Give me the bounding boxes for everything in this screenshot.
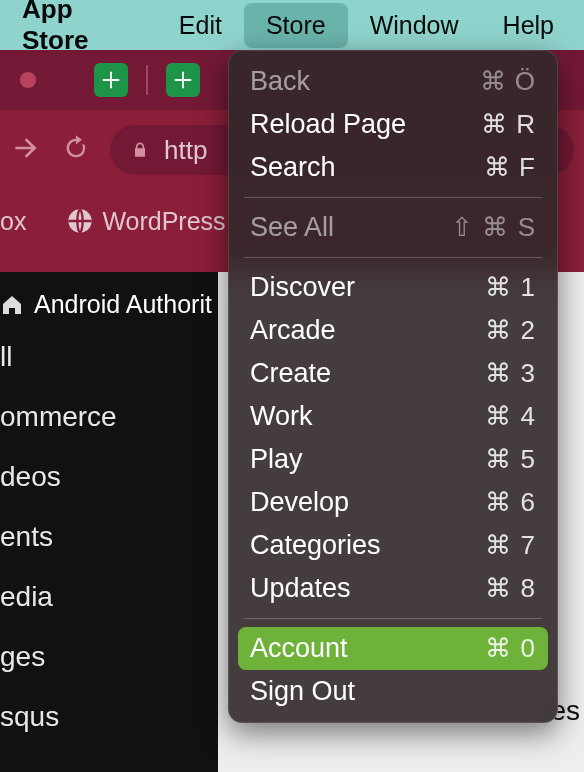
- menu-label: See All: [250, 212, 334, 243]
- menu-label: Arcade: [250, 315, 336, 346]
- menu-play[interactable]: Play ⌘ 5: [238, 438, 548, 481]
- menu-label: Sign Out: [250, 676, 355, 707]
- menu-shortcut: ⌘ 5: [485, 444, 536, 475]
- bookmark-item[interactable]: ox: [0, 207, 26, 236]
- menu-window[interactable]: Window: [348, 3, 481, 48]
- sidebar-item[interactable]: deos: [0, 447, 218, 507]
- menu-sign-out[interactable]: Sign Out: [238, 670, 548, 713]
- reload-icon: [62, 134, 90, 162]
- globe-icon: [66, 207, 94, 235]
- home-icon: [0, 293, 24, 317]
- menu-separator: [244, 197, 542, 198]
- menu-separator: [244, 618, 542, 619]
- menu-label: Reload Page: [250, 109, 406, 140]
- menu-store[interactable]: Store: [244, 3, 348, 48]
- menu-label: Discover: [250, 272, 355, 303]
- menu-arcade[interactable]: Arcade ⌘ 2: [238, 309, 548, 352]
- menu-reload-page[interactable]: Reload Page ⌘ R: [238, 103, 548, 146]
- menu-separator: [244, 257, 542, 258]
- menu-help[interactable]: Help: [481, 3, 576, 48]
- menu-shortcut: ⌘ 0: [485, 633, 536, 664]
- menu-shortcut: ⌘ Ö: [480, 66, 536, 97]
- lock-icon: [130, 139, 150, 161]
- sidebar-item[interactable]: squs: [0, 687, 218, 747]
- sidebar: Android Authorit ll ommerce deos ents ed…: [0, 272, 218, 772]
- tab-separator: [146, 65, 148, 95]
- tab-icon-2[interactable]: [166, 63, 200, 97]
- sidebar-title-text: Android Authorit: [34, 290, 212, 319]
- menu-label: Back: [250, 66, 310, 97]
- menu-shortcut: ⌘ F: [484, 152, 536, 183]
- menu-label: Search: [250, 152, 336, 183]
- menu-shortcut: ⌘ 1: [485, 272, 536, 303]
- forward-button[interactable]: [10, 132, 42, 168]
- menu-edit[interactable]: Edit: [157, 3, 244, 48]
- cross-icon: [100, 69, 122, 91]
- menu-shortcut: ⌘ 2: [485, 315, 536, 346]
- sidebar-title[interactable]: Android Authorit: [0, 286, 218, 327]
- menu-label: Create: [250, 358, 331, 389]
- menu-shortcut: ⌘ 8: [485, 573, 536, 604]
- menu-search[interactable]: Search ⌘ F: [238, 146, 548, 189]
- menu-shortcut: ⌘ 6: [485, 487, 536, 518]
- menu-back[interactable]: Back ⌘ Ö: [238, 60, 548, 103]
- reload-button[interactable]: [62, 134, 90, 166]
- sidebar-item[interactable]: edia: [0, 567, 218, 627]
- window-control-dot[interactable]: [20, 72, 36, 88]
- menu-label: Work: [250, 401, 313, 432]
- menu-label: Account: [250, 633, 348, 664]
- sidebar-item[interactable]: ents: [0, 507, 218, 567]
- sidebar-item[interactable]: ommerce: [0, 387, 218, 447]
- arrow-right-icon: [10, 132, 42, 164]
- menu-updates[interactable]: Updates ⌘ 8: [238, 567, 548, 610]
- menu-work[interactable]: Work ⌘ 4: [238, 395, 548, 438]
- store-dropdown-menu: Back ⌘ Ö Reload Page ⌘ R Search ⌘ F See …: [228, 50, 558, 723]
- sidebar-item[interactable]: ll: [0, 327, 218, 387]
- menubar: App Store Edit Store Window Help: [0, 0, 584, 50]
- cross-icon: [172, 69, 194, 91]
- bookmark-label: WordPress: [102, 207, 225, 236]
- bookmark-item[interactable]: WordPress: [44, 207, 225, 236]
- menu-account[interactable]: Account ⌘ 0: [238, 627, 548, 670]
- menu-label: Categories: [250, 530, 381, 561]
- menu-shortcut: ⌘ 7: [485, 530, 536, 561]
- menu-shortcut: ⇧ ⌘ S: [451, 212, 536, 243]
- menu-see-all[interactable]: See All ⇧ ⌘ S: [238, 206, 548, 249]
- menu-label: Develop: [250, 487, 349, 518]
- menu-develop[interactable]: Develop ⌘ 6: [238, 481, 548, 524]
- menu-shortcut: ⌘ 3: [485, 358, 536, 389]
- tab-icon-1[interactable]: [94, 63, 128, 97]
- menu-label: Play: [250, 444, 303, 475]
- menu-create[interactable]: Create ⌘ 3: [238, 352, 548, 395]
- menu-label: Updates: [250, 573, 351, 604]
- menu-categories[interactable]: Categories ⌘ 7: [238, 524, 548, 567]
- sidebar-item[interactable]: ges: [0, 627, 218, 687]
- menu-shortcut: ⌘ R: [481, 109, 536, 140]
- url-text: http: [164, 135, 207, 166]
- menu-discover[interactable]: Discover ⌘ 1: [238, 266, 548, 309]
- menu-shortcut: ⌘ 4: [485, 401, 536, 432]
